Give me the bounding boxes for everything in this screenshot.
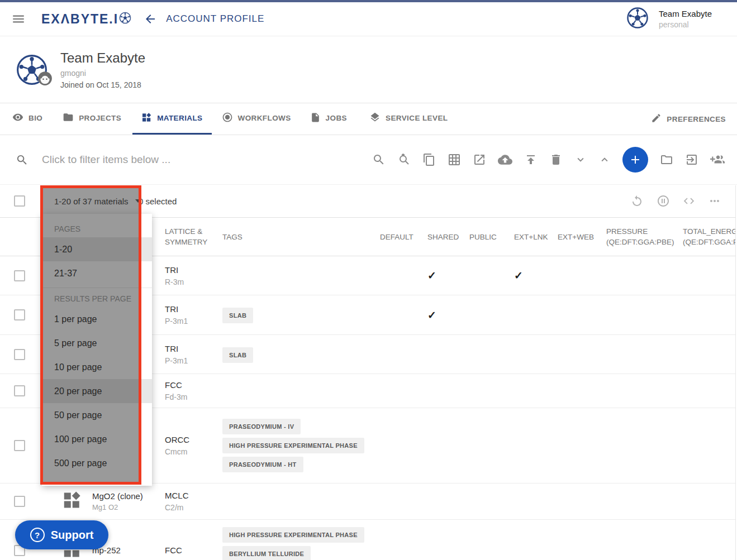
profile-avatar [16,54,48,86]
tab-label: MATERIALS [157,114,202,122]
folder-icon[interactable] [660,153,673,166]
grid-icon[interactable] [448,153,461,166]
tab-label: JOBS [326,114,347,122]
col-tags[interactable]: TAGS [222,233,380,241]
symmetry-value: Fd-3m [165,393,222,401]
pagination-label: 1-20 of 37 materials [54,197,129,206]
search-arrow-icon[interactable] [397,153,411,166]
back-arrow-icon[interactable] [144,12,157,26]
tab-bio[interactable]: BIO [12,103,42,135]
check-icon: ✓ [514,270,523,281]
file-icon [310,112,321,125]
eye-icon [12,112,23,125]
row-checkbox[interactable] [14,349,25,360]
menu-item-500-per-page[interactable]: 500 per page [42,451,152,475]
check-icon: ✓ [427,309,436,321]
folder-icon [63,112,74,125]
chevron-up-icon[interactable] [598,154,611,166]
row-checkbox[interactable] [14,385,25,396]
support-button[interactable]: ? Support [15,520,108,549]
tab-service-level[interactable]: SERVICE LEVEL [369,103,448,135]
menu-divider [42,288,152,288]
more-horiz-icon[interactable] [708,194,721,208]
pagination-dropdown-trigger[interactable]: 1-20 of 37 materials [54,185,141,217]
exit-to-app-icon[interactable] [685,153,698,166]
help-icon: ? [30,528,45,542]
col-ext-lnk[interactable]: EXT+LNK [512,233,558,241]
lattice-value: TRI [165,344,222,353]
menu-item-100-per-page[interactable]: 100 per page [42,427,152,451]
pagination-menu: PAGES 1-20 21-37 RESULTS PER PAGE 1 per … [42,214,152,486]
filter-bar: Click to filter items below ... [0,135,737,185]
row-checkbox[interactable] [14,270,25,281]
selected-count: 0 selected [139,185,177,217]
select-all-checkbox[interactable] [14,195,25,207]
cloud-upload-icon[interactable] [498,152,512,167]
menu-item-50-per-page[interactable]: 50 per page [42,403,152,427]
pause-circle-icon[interactable] [657,194,670,208]
delete-icon[interactable] [549,153,563,166]
material-formula: Mg1 O2 [92,503,143,511]
tab-jobs[interactable]: JOBS [310,103,347,135]
menu-header-pages: PAGES [42,221,152,237]
chevron-down-icon[interactable] [574,154,587,166]
undo-icon[interactable] [630,194,644,208]
col-total-energy[interactable]: TOTAL_ENERGY(QE:DFT:GGA:PBE) [683,226,737,247]
support-label: Support [51,529,94,542]
account-type: personal [659,20,712,29]
symmetry-value: C2/m [165,503,222,512]
tab-materials[interactable]: MATERIALS [132,103,211,135]
material-name[interactable]: MgO2 (clone) [92,491,143,501]
row-checkbox[interactable] [14,309,25,320]
lattice-value: FCC [165,380,222,390]
col-ext-web[interactable]: EXT+WEB [558,233,606,241]
row-checkbox[interactable] [14,440,25,451]
materials-icon [141,112,152,125]
account-avatar[interactable] [626,7,649,31]
pencil-icon [651,113,662,125]
table-row[interactable]: mp-252 FCC HIGH PRESSURE EXPERIMENTAL PH… [0,520,737,560]
preferences-button[interactable]: PREFERENCES [651,103,726,135]
menu-item-20-per-page[interactable]: 20 per page [42,379,152,403]
tag-chip: SLAB [222,347,253,363]
exabyte-logo[interactable]: EXΛBYTE.I [41,12,131,27]
menu-icon[interactable] [11,12,26,26]
menu-item-1-per-page[interactable]: 1 per page [42,307,152,331]
menu-item-page-1-20[interactable]: 1-20 [42,237,152,261]
col-default[interactable]: DEFAULT [380,233,425,241]
code-icon[interactable] [683,195,695,207]
menu-item-page-21-37[interactable]: 21-37 [42,261,152,285]
col-pressure[interactable]: PRESSURE(QE:DFT:GGA:PBE) [606,226,683,247]
search-icon [16,154,28,166]
profile-name: Team Exabyte [60,50,145,66]
col-public[interactable]: PUBLIC [469,233,512,241]
menu-item-5-per-page[interactable]: 5 per page [42,331,152,355]
tab-workflows[interactable]: WORKFLOWS [222,103,291,135]
layers-icon [369,112,381,125]
tag-chip: BERYLLIUM TELLURIDE [222,546,311,560]
lattice-value: MCLC [165,491,222,500]
tab-label: PREFERENCES [667,115,726,123]
col-shared[interactable]: SHARED [425,233,469,241]
profile-joined-date: Joined on Oct 15, 2018 [60,80,145,89]
menu-item-10-per-page[interactable]: 10 per page [42,355,152,379]
filter-input[interactable]: Click to filter items below ... [42,154,372,166]
upload-icon[interactable] [524,153,538,166]
symmetry-value: Cmcm [165,447,222,456]
selection-bar: 1-20 of 37 materials 0 selected [0,185,737,218]
table-row[interactable]: MgO2 (clone) Mg1 O2 MCLCC2/m [0,484,737,520]
copy-icon[interactable] [422,153,436,166]
open-in-new-icon[interactable] [473,153,486,166]
row-checkbox[interactable] [14,496,25,507]
app-bar: EXΛBYTE.I ACCOUNT PROFILE Team Exabyte p… [0,2,737,36]
tab-projects[interactable]: PROJECTS [63,103,121,135]
lattice-value: FCC [165,545,222,555]
logo-text: EXΛBYTE.I [41,12,118,27]
profile-username: gmogni [60,69,145,78]
search-icon[interactable] [372,153,386,166]
tab-label: PROJECTS [79,114,121,122]
tag-chip: PRASEODYMIUM - IV [222,419,301,434]
add-material-button[interactable] [622,147,648,173]
group-add-icon[interactable] [710,152,725,167]
col-lattice-symmetry[interactable]: LATTICE &SYMMETRY [165,226,222,247]
